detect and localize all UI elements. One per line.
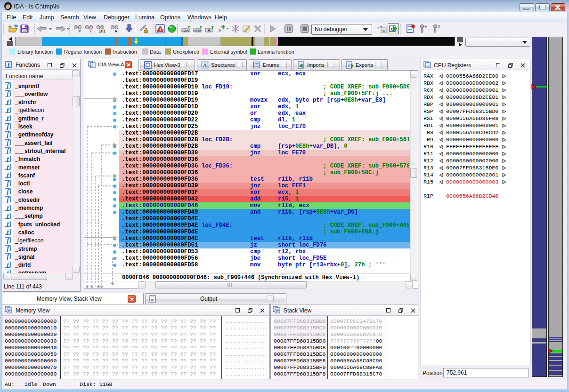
svg-text:c: c <box>382 28 385 33</box>
svg-text:A: A <box>208 28 211 32</box>
svg-text:►: ► <box>114 29 119 33</box>
svg-text:CODE: CODE <box>181 29 189 32</box>
svg-text:#: # <box>78 29 81 33</box>
svg-text:DATA: DATA <box>194 29 201 32</box>
svg-text:×: × <box>438 24 440 29</box>
svg-text:101: 101 <box>98 29 106 33</box>
svg-text:s: s <box>218 26 221 33</box>
svg-text:A: A <box>203 62 207 68</box>
svg-text:+: + <box>424 24 427 29</box>
svg-text:T: T <box>89 29 92 33</box>
